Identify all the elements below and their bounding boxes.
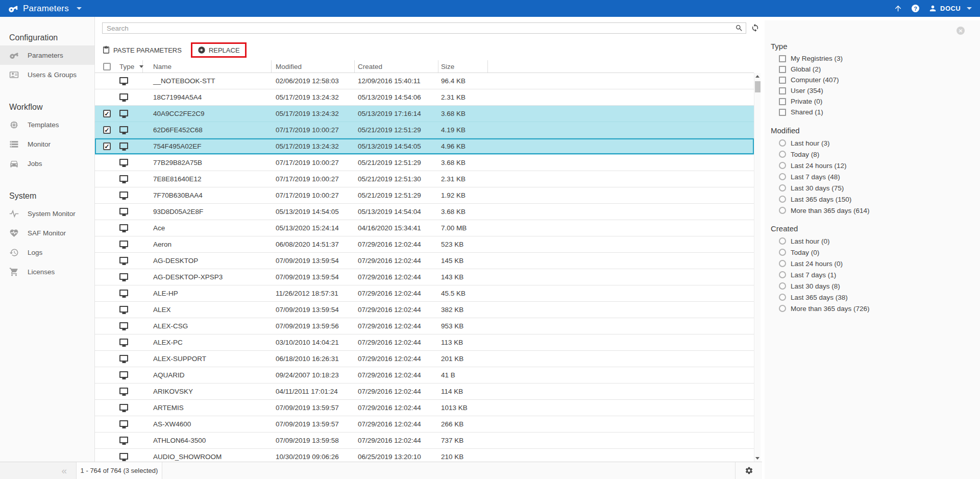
radio-icon[interactable]	[779, 207, 786, 214]
filter-option[interactable]: Global (2)	[771, 64, 980, 75]
filter-option[interactable]: My Registries (3)	[771, 53, 980, 64]
help-button[interactable]: ?	[912, 5, 919, 12]
filter-option[interactable]: Last 7 days (1)	[771, 269, 980, 280]
radio-icon[interactable]	[779, 282, 786, 290]
sidebar-collapse-button[interactable]: «	[0, 462, 77, 479]
column-header-modified[interactable]: Modified	[272, 60, 355, 73]
column-header-created[interactable]: Created	[355, 60, 438, 73]
close-icon[interactable]: ✕	[957, 27, 965, 35]
filter-option[interactable]: Computer (407)	[771, 75, 980, 85]
filter-option[interactable]: Last 365 days (38)	[771, 292, 980, 303]
table-row[interactable]: 7F70B630BAA4 07/17/2019 10:00:27 05/21/2…	[95, 187, 754, 204]
sidebar-item-saf-monitor[interactable]: SAF Monitor	[0, 223, 94, 243]
filter-option[interactable]: Last 7 days (48)	[771, 171, 980, 182]
scroll-up-icon[interactable]	[755, 75, 760, 78]
checkbox-icon[interactable]	[779, 66, 786, 73]
radio-icon[interactable]	[779, 294, 786, 301]
filter-option[interactable]: Last hour (0)	[771, 235, 980, 247]
radio-icon[interactable]	[779, 271, 786, 278]
radio-icon[interactable]	[779, 196, 786, 203]
column-header-size[interactable]: Size	[438, 60, 488, 73]
table-row[interactable]: 18C71994A5A4 05/17/2019 13:24:32 05/13/2…	[95, 89, 754, 106]
table-row[interactable]: Aeron 06/08/2020 14:51:37 07/29/2016 12:…	[95, 236, 754, 253]
search-button[interactable]	[734, 23, 744, 33]
user-menu[interactable]: DOCU	[928, 4, 972, 13]
checkbox-icon[interactable]	[779, 87, 786, 94]
row-checkbox[interactable]	[103, 126, 111, 134]
filter-option[interactable]: Last 30 days (75)	[771, 182, 980, 194]
checkbox-icon[interactable]	[779, 109, 786, 116]
table-row[interactable]: Ace 05/13/2020 15:24:14 04/16/2020 15:34…	[95, 220, 754, 236]
table-row[interactable]: 93D8D05A2E8F 05/13/2019 14:54:05 05/13/2…	[95, 204, 754, 220]
table-row[interactable]: 7E8E81640E12 07/17/2019 10:00:27 05/21/2…	[95, 171, 754, 187]
table-row[interactable]: ALEX-CSG 07/09/2019 13:59:56 07/29/2016 …	[95, 318, 754, 334]
table-row[interactable]: AG-DESKTOP 07/09/2019 13:59:54 07/29/201…	[95, 253, 754, 269]
radio-icon[interactable]	[779, 151, 786, 158]
filter-option[interactable]: Today (0)	[771, 247, 980, 258]
radio-icon[interactable]	[779, 173, 786, 180]
search-input[interactable]	[102, 22, 746, 34]
checkbox-icon[interactable]	[779, 55, 786, 62]
table-row[interactable]: ALEX 07/09/2019 13:59:54 07/29/2016 12:0…	[95, 302, 754, 318]
app-menu-button[interactable]: Parameters	[8, 4, 82, 14]
table-row[interactable]: AQUARID 09/24/2007 10:18:23 07/29/2016 1…	[95, 367, 754, 384]
filter-option[interactable]: Today (8)	[771, 149, 980, 160]
row-checkbox[interactable]	[103, 110, 111, 117]
filter-option[interactable]: User (354)	[771, 85, 980, 96]
table-row[interactable]: ALEX-PC 03/10/2010 14:04:21 07/29/2016 1…	[95, 334, 754, 351]
column-header-name[interactable]: Name	[143, 60, 272, 73]
checkbox-icon[interactable]	[779, 77, 786, 84]
scrollbar-thumb[interactable]	[755, 81, 761, 92]
replace-button[interactable]: REPLACE	[195, 44, 242, 56]
table-row[interactable]: AS-XW4600 07/09/2019 13:59:57 07/29/2016…	[95, 416, 754, 433]
radio-icon[interactable]	[779, 305, 786, 312]
table-row[interactable]: 40A9CC2FE2C9 05/17/2019 13:24:32 05/13/2…	[95, 106, 754, 122]
filter-option[interactable]: Last hour (3)	[771, 137, 980, 149]
upload-button[interactable]	[894, 4, 902, 13]
radio-icon[interactable]	[779, 237, 786, 245]
table-row[interactable]: ATHLON64-3500 07/09/2019 13:59:58 07/29/…	[95, 433, 754, 449]
table-row[interactable]: AG-DESKTOP-XPSP3 07/09/2019 13:59:54 07/…	[95, 269, 754, 285]
table-scrollbar[interactable]	[754, 73, 761, 462]
table-row[interactable]: ARIKOVSKY 04/11/2011 17:01:24 07/29/2016…	[95, 384, 754, 400]
row-modified: 07/09/2019 13:59:56	[272, 318, 355, 334]
filter-option[interactable]: More than 365 days (726)	[771, 303, 980, 314]
scroll-down-icon[interactable]	[755, 457, 760, 460]
sidebar-item-users-groups[interactable]: Users & Groups	[0, 65, 94, 84]
table-row[interactable]: ALEX-SUPPORT 06/18/2010 16:26:31 07/29/2…	[95, 351, 754, 367]
filter-option[interactable]: More than 365 days (614)	[771, 205, 980, 216]
table-row[interactable]: 754F495A02EF 05/17/2019 13:24:32 05/13/2…	[95, 138, 754, 155]
table-row[interactable]: __NOTEBOOK-STT 02/06/2019 12:58:03 12/09…	[95, 73, 754, 89]
filter-option[interactable]: Last 30 days (8)	[771, 280, 980, 292]
filter-option[interactable]: Private (0)	[771, 96, 980, 107]
radio-icon[interactable]	[779, 139, 786, 147]
table-row[interactable]: 77B29B82A75B 07/17/2019 10:00:27 05/21/2…	[95, 155, 754, 171]
filter-option[interactable]: Last 24 hours (0)	[771, 258, 980, 269]
filter-option[interactable]: Last 24 hours (12)	[771, 160, 980, 171]
checkbox-icon[interactable]	[779, 98, 786, 105]
table-settings-button[interactable]	[735, 462, 762, 479]
refresh-button[interactable]	[751, 23, 760, 33]
radio-icon[interactable]	[779, 162, 786, 169]
radio-icon[interactable]	[779, 249, 786, 256]
sidebar-item-monitor[interactable]: Monitor	[0, 134, 94, 154]
sidebar-item-parameters[interactable]: Parameters	[0, 45, 94, 65]
select-all-checkbox[interactable]	[103, 63, 111, 70]
filter-option[interactable]: Last 365 days (150)	[771, 194, 980, 205]
paste-parameters-button[interactable]: PASTE PARAMETERS	[100, 44, 184, 56]
radio-icon[interactable]	[779, 184, 786, 191]
table-row[interactable]: ARTEMIS 07/09/2019 13:59:57 07/29/2016 1…	[95, 400, 754, 416]
table-row[interactable]: 62D6FE452C68 07/17/2019 10:00:27 05/21/2…	[95, 122, 754, 138]
table-row[interactable]: ALE-HP 11/26/2012 18:57:31 07/29/2016 12…	[95, 285, 754, 302]
table-row[interactable]: AUDIO_SHOWROOM 10/30/2019 09:06:26 06/25…	[95, 449, 754, 462]
sidebar-item-jobs[interactable]: Jobs	[0, 154, 94, 173]
sidebar-item-templates[interactable]: Templates	[0, 115, 94, 134]
column-header-type[interactable]: Type	[119, 63, 134, 70]
radio-icon[interactable]	[779, 260, 786, 267]
sidebar-item-system-monitor[interactable]: System Monitor	[0, 204, 94, 223]
sidebar-item-licenses[interactable]: Licenses	[0, 262, 94, 281]
filter-option[interactable]: Shared (1)	[771, 107, 980, 117]
computer-icon	[119, 224, 128, 231]
row-checkbox[interactable]	[103, 142, 111, 150]
sidebar-item-logs[interactable]: Logs	[0, 243, 94, 262]
